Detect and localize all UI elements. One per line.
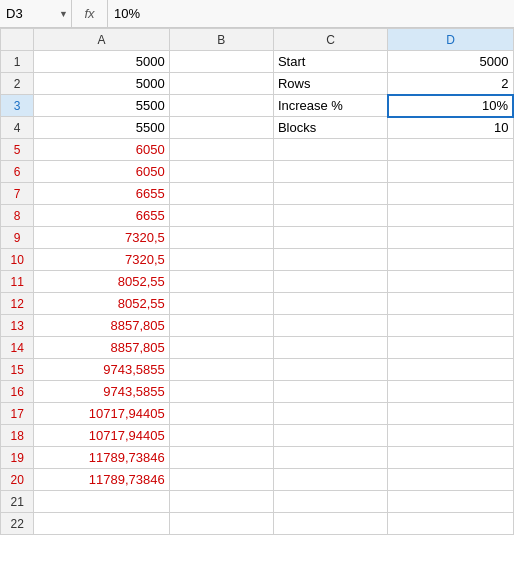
cell-d19[interactable]	[388, 447, 513, 469]
cell-c4[interactable]: Blocks	[273, 117, 388, 139]
cell-d22[interactable]	[388, 513, 513, 535]
cell-a22[interactable]	[34, 513, 169, 535]
cell-b5[interactable]	[169, 139, 273, 161]
row-header-8[interactable]: 8	[1, 205, 34, 227]
cell-b1[interactable]	[169, 51, 273, 73]
row-header-21[interactable]: 21	[1, 491, 34, 513]
cell-c12[interactable]	[273, 293, 388, 315]
cell-b21[interactable]	[169, 491, 273, 513]
cell-b8[interactable]	[169, 205, 273, 227]
cell-a21[interactable]	[34, 491, 169, 513]
cell-b4[interactable]	[169, 117, 273, 139]
col-header-c[interactable]: C	[273, 29, 388, 51]
cell-d21[interactable]	[388, 491, 513, 513]
cell-c9[interactable]	[273, 227, 388, 249]
row-header-10[interactable]: 10	[1, 249, 34, 271]
cell-a6[interactable]: 6050	[34, 161, 169, 183]
row-header-5[interactable]: 5	[1, 139, 34, 161]
cell-a12[interactable]: 8052,55	[34, 293, 169, 315]
cell-c20[interactable]	[273, 469, 388, 491]
cell-a17[interactable]: 10717,94405	[34, 403, 169, 425]
cell-c18[interactable]	[273, 425, 388, 447]
cell-b15[interactable]	[169, 359, 273, 381]
cell-c3[interactable]: Increase %	[273, 95, 388, 117]
cell-d13[interactable]	[388, 315, 513, 337]
cell-d14[interactable]	[388, 337, 513, 359]
cell-b2[interactable]	[169, 73, 273, 95]
cell-d1[interactable]: 5000	[388, 51, 513, 73]
cell-c16[interactable]	[273, 381, 388, 403]
row-header-7[interactable]: 7	[1, 183, 34, 205]
cell-b6[interactable]	[169, 161, 273, 183]
cell-b16[interactable]	[169, 381, 273, 403]
cell-a11[interactable]: 8052,55	[34, 271, 169, 293]
cell-c15[interactable]	[273, 359, 388, 381]
cell-a18[interactable]: 10717,94405	[34, 425, 169, 447]
cell-c7[interactable]	[273, 183, 388, 205]
cell-b17[interactable]	[169, 403, 273, 425]
cell-d15[interactable]	[388, 359, 513, 381]
formula-input[interactable]: 10%	[108, 6, 514, 21]
row-header-11[interactable]: 11	[1, 271, 34, 293]
row-header-13[interactable]: 13	[1, 315, 34, 337]
row-header-6[interactable]: 6	[1, 161, 34, 183]
cell-b19[interactable]	[169, 447, 273, 469]
cell-b18[interactable]	[169, 425, 273, 447]
cell-b13[interactable]	[169, 315, 273, 337]
cell-a20[interactable]: 11789,73846	[34, 469, 169, 491]
cell-a5[interactable]: 6050	[34, 139, 169, 161]
cell-a16[interactable]: 9743,5855	[34, 381, 169, 403]
row-header-19[interactable]: 19	[1, 447, 34, 469]
row-header-14[interactable]: 14	[1, 337, 34, 359]
cell-c17[interactable]	[273, 403, 388, 425]
cell-d9[interactable]	[388, 227, 513, 249]
cell-c10[interactable]	[273, 249, 388, 271]
cell-b14[interactable]	[169, 337, 273, 359]
cell-c22[interactable]	[273, 513, 388, 535]
cell-d18[interactable]	[388, 425, 513, 447]
row-header-20[interactable]: 20	[1, 469, 34, 491]
cell-c5[interactable]	[273, 139, 388, 161]
cell-b11[interactable]	[169, 271, 273, 293]
cell-b3[interactable]	[169, 95, 273, 117]
cell-reference-box[interactable]: D3 ▼	[0, 0, 72, 27]
row-header-16[interactable]: 16	[1, 381, 34, 403]
row-header-17[interactable]: 17	[1, 403, 34, 425]
row-header-18[interactable]: 18	[1, 425, 34, 447]
cell-b22[interactable]	[169, 513, 273, 535]
row-header-22[interactable]: 22	[1, 513, 34, 535]
cell-c14[interactable]	[273, 337, 388, 359]
row-header-15[interactable]: 15	[1, 359, 34, 381]
row-header-1[interactable]: 1	[1, 51, 34, 73]
cell-d6[interactable]	[388, 161, 513, 183]
col-header-d[interactable]: D	[388, 29, 513, 51]
cell-c2[interactable]: Rows	[273, 73, 388, 95]
cell-d4[interactable]: 10	[388, 117, 513, 139]
cell-d3[interactable]: 10%	[388, 95, 513, 117]
cell-a3[interactable]: 5500	[34, 95, 169, 117]
cell-d16[interactable]	[388, 381, 513, 403]
row-header-3[interactable]: 3	[1, 95, 34, 117]
cell-a8[interactable]: 6655	[34, 205, 169, 227]
cell-c19[interactable]	[273, 447, 388, 469]
cell-b9[interactable]	[169, 227, 273, 249]
cell-d5[interactable]	[388, 139, 513, 161]
cell-d17[interactable]	[388, 403, 513, 425]
cell-d12[interactable]	[388, 293, 513, 315]
cell-a15[interactable]: 9743,5855	[34, 359, 169, 381]
cell-c13[interactable]	[273, 315, 388, 337]
cell-b7[interactable]	[169, 183, 273, 205]
cell-b20[interactable]	[169, 469, 273, 491]
cell-d7[interactable]	[388, 183, 513, 205]
cell-a19[interactable]: 11789,73846	[34, 447, 169, 469]
cell-c21[interactable]	[273, 491, 388, 513]
row-header-2[interactable]: 2	[1, 73, 34, 95]
cell-d8[interactable]	[388, 205, 513, 227]
cell-b12[interactable]	[169, 293, 273, 315]
cell-a9[interactable]: 7320,5	[34, 227, 169, 249]
cell-c11[interactable]	[273, 271, 388, 293]
row-header-9[interactable]: 9	[1, 227, 34, 249]
col-header-a[interactable]: A	[34, 29, 169, 51]
cell-c8[interactable]	[273, 205, 388, 227]
cell-a4[interactable]: 5500	[34, 117, 169, 139]
